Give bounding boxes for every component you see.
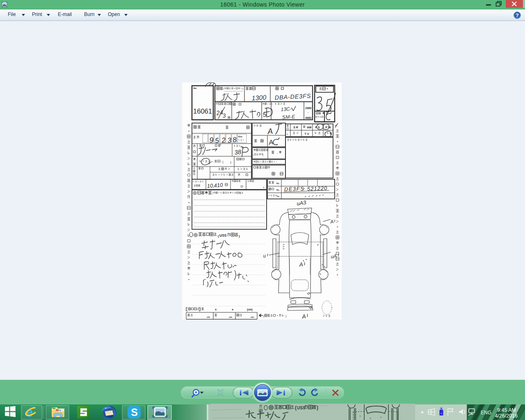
svg-text:4WD: 4WD [305,116,312,119]
svg-text:No.: No. [276,183,280,185]
svg-text:(: ( [295,405,297,411]
svg-text:P S: P S [315,126,320,129]
svg-text:A: A [268,139,274,146]
svg-text:1300: 1300 [251,94,267,102]
svg-text:): ) [230,160,231,164]
svg-text:·: · [277,152,278,155]
svg-text:A: A [299,261,304,268]
svg-text:?: ? [516,13,518,18]
svg-text:-: - [303,185,305,191]
svg-text:uA: uA [330,253,337,260]
svg-text:cm: cm [251,316,254,318]
svg-text:(cm): (cm) [247,308,253,311]
svg-text:USS: USS [297,406,306,410]
svg-text:3: 3 [227,136,232,144]
svg-text:P W: P W [325,126,331,129]
svg-text:): ) [239,234,240,238]
svg-text:·: · [243,174,244,177]
svg-text:): ) [240,192,241,194]
svg-text:16061: 16061 [193,107,212,115]
svg-text:No.: No. [193,87,197,89]
svg-text:9:45 AM: 9:45 AM [497,407,516,413]
svg-text:ENG: ENG [481,410,491,415]
svg-text:): ) [285,315,286,318]
svg-text:(: ( [212,192,213,194]
svg-text:410: 410 [214,182,224,189]
svg-text:): ) [317,405,318,411]
svg-text:A: A [267,127,273,136]
svg-text:AW: AW [307,126,312,129]
svg-text:(: ( [223,87,224,90]
svg-text:USS: USS [219,233,227,237]
svg-text:No.: No. [276,189,280,191]
svg-text:38: 38 [234,148,242,156]
svg-text:S: S [131,406,138,418]
svg-text:S R: S R [293,126,298,129]
svg-text:SM-E: SM-E [282,114,295,120]
svg-text:Km: Km [238,135,242,138]
svg-text:): ) [242,87,243,90]
svg-text:T V: T V [305,132,309,135]
svg-text:No: No [241,146,244,148]
svg-text:,: , [220,140,221,146]
svg-text:·: · [212,160,213,163]
svg-text:4/26/2016: 4/26/2016 [495,413,518,419]
svg-text:13C-: 13C- [281,106,292,112]
svg-text:9: 9 [209,136,214,144]
svg-text:No.: No. [277,195,280,197]
svg-text:· (: · ( [221,160,224,164]
svg-text:·: · [308,111,309,114]
svg-text:t: t [263,186,264,189]
svg-text:(: ( [218,234,219,238]
svg-text:2WD: 2WD [305,107,312,110]
svg-text:cm: cm [207,316,210,318]
svg-text:cm: cm [229,316,232,318]
